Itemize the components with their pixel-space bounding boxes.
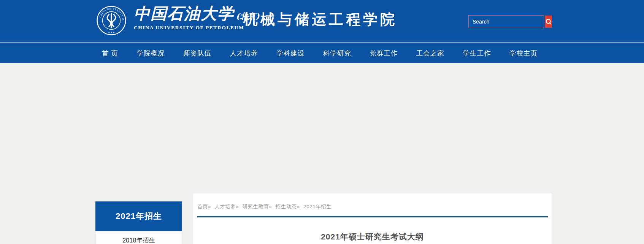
search-input[interactable] — [469, 16, 545, 28]
sidebar-title: 2021年招生 — [95, 201, 182, 231]
breadcrumb-talent-cultivation[interactable]: 人才培养 — [214, 204, 236, 209]
breadcrumb-separator: » — [297, 204, 300, 209]
breadcrumb-separator: » — [208, 204, 211, 209]
content-panel: 首页» 人才培养» 研究生教育» 招生动态» 2021年招生 2021年硕士研究… — [193, 193, 552, 244]
breadcrumb-separator: » — [269, 204, 272, 209]
search-button[interactable] — [545, 16, 552, 28]
breadcrumb-admissions-news[interactable]: 招生动态 — [276, 204, 297, 209]
nav-item-student-work[interactable]: 学生工作 — [463, 49, 491, 58]
university-name-en: CHINA UNIVERSITY OF PETROLEUM — [134, 25, 259, 31]
breadcrumb-home[interactable]: 首页 — [197, 204, 208, 209]
content-divider — [197, 216, 548, 217]
nav-item-union-home[interactable]: 工会之家 — [416, 49, 444, 58]
university-seal-icon: CHINA UNIVERSITY OF PETROLEUM ★ ★ ★ — [97, 6, 126, 35]
site-header: CHINA UNIVERSITY OF PETROLEUM ★ ★ ★ 中国石油… — [0, 0, 644, 43]
nav-item-faculty[interactable]: 师资队伍 — [183, 49, 211, 58]
svg-text:CHINA UNIVERSITY OF PETROLEUM: CHINA UNIVERSITY OF PETROLEUM — [97, 6, 125, 20]
nav-item-home[interactable]: 首 页 — [102, 49, 118, 58]
breadcrumb-graduate-education[interactable]: 研究生教育 — [243, 204, 269, 209]
university-name-zh: 中国石油大学 — [134, 4, 234, 23]
university-name: 中国石油大学 (北京) CHINA UNIVERSITY OF PETROLEU… — [134, 4, 259, 31]
page: CHINA UNIVERSITY OF PETROLEUM ★ ★ ★ 中国石油… — [0, 0, 644, 244]
search-icon — [545, 18, 552, 25]
sidebar-item-2018[interactable]: 2018年招生 — [95, 231, 182, 244]
breadcrumb-separator: » — [236, 204, 239, 209]
nav-item-party-work[interactable]: 党群工作 — [370, 49, 398, 58]
nav-item-university-homepage[interactable]: 学校主页 — [509, 49, 538, 58]
nav-item-college-overview[interactable]: 学院概况 — [136, 49, 165, 58]
breadcrumb: 首页» 人才培养» 研究生教育» 招生动态» 2021年招生 — [193, 193, 552, 210]
breadcrumb-current-2021[interactable]: 2021年招生 — [303, 204, 332, 209]
nav-item-scientific-research[interactable]: 科学研究 — [323, 49, 351, 58]
main-nav: 首 页 学院概况 师资队伍 人才培养 学科建设 科学研究 党群工作 工会之家 学… — [0, 43, 644, 63]
svg-text:★ ★ ★: ★ ★ ★ — [108, 31, 115, 33]
search-box — [468, 15, 544, 28]
article-title: 2021年硕士研究生考试大纲 — [193, 231, 552, 242]
nav-item-discipline-construction[interactable]: 学科建设 — [276, 49, 305, 58]
university-logo[interactable]: CHINA UNIVERSITY OF PETROLEUM ★ ★ ★ — [97, 6, 126, 35]
nav-item-talent-cultivation[interactable]: 人才培养 — [230, 49, 258, 58]
college-name: 机械与储运工程学院 — [243, 10, 397, 29]
